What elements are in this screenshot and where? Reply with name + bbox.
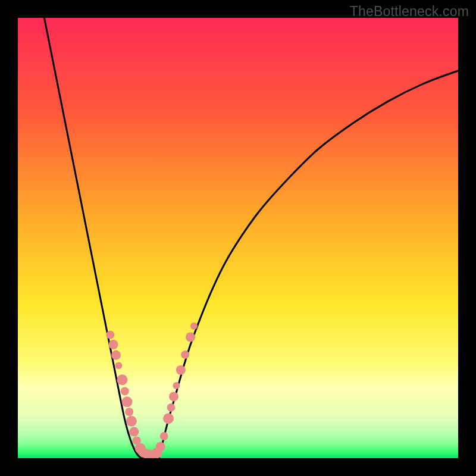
data-marker [169,392,178,401]
watermark-text: TheBottleneck.com [350,4,469,20]
data-marker [121,387,129,396]
data-marker [106,331,114,339]
data-marker [117,374,127,385]
data-marker [190,322,198,330]
outer-frame: TheBottleneck.com [0,0,476,476]
data-marker [125,408,133,416]
data-marker [156,442,165,452]
data-marker [167,403,176,412]
data-marker [129,427,139,437]
data-marker [115,362,122,369]
data-marker [160,432,168,440]
data-marker [163,413,174,424]
gradient-background [18,18,458,458]
data-marker [126,416,137,427]
data-marker [181,350,189,359]
data-marker [173,382,180,389]
data-marker [109,340,118,349]
plot-area [18,18,458,458]
data-marker [176,365,186,375]
data-marker [186,333,195,342]
chart-svg [18,18,458,458]
data-marker [111,350,121,360]
data-marker [122,396,133,407]
